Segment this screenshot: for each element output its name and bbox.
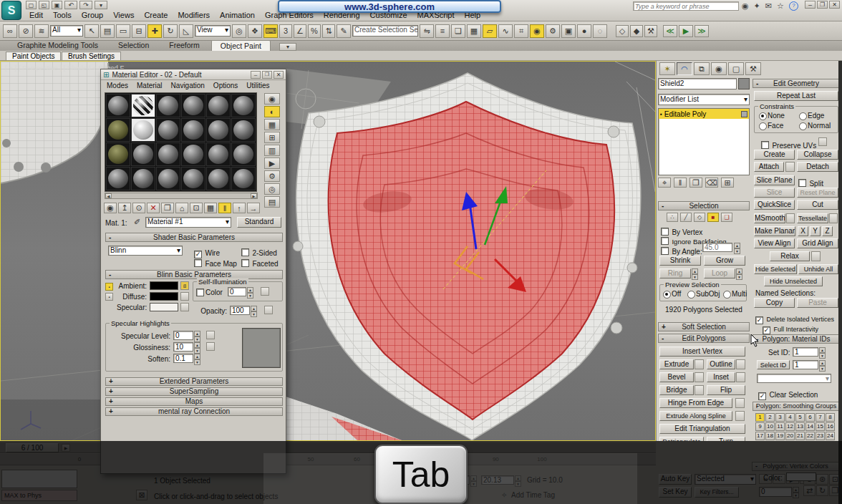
restore-button[interactable]: ❐	[817, 1, 828, 9]
rendered-frame-window-icon[interactable]: ▣	[561, 24, 576, 38]
modifier-stack[interactable]: ▪ Editable Poly	[658, 108, 750, 175]
extrude-spline-settings-icon[interactable]	[735, 411, 745, 421]
motion-tab-icon[interactable]: ◉	[711, 62, 727, 75]
edge-subobject-icon[interactable]: ╱	[680, 213, 692, 222]
ribbon-tab[interactable]: Freeform	[160, 40, 208, 51]
glossiness-map-button[interactable]	[206, 342, 215, 351]
material-sample-slot[interactable]	[231, 94, 256, 117]
ribbon-minimize-icon[interactable]: ▾	[279, 43, 296, 51]
render-setup-icon[interactable]: ⚙	[546, 24, 560, 38]
material-sample-slot[interactable]	[156, 118, 180, 142]
reset-map-icon[interactable]: ✕	[147, 203, 160, 213]
sample-uv-tiling-icon[interactable]: ⊞	[264, 132, 280, 143]
panel-scrollbar[interactable]	[838, 61, 842, 504]
detach-button[interactable]: Detach	[797, 162, 838, 172]
material-sample-slot[interactable]	[206, 118, 231, 142]
grid-align-button[interactable]: Grid Align	[797, 238, 838, 248]
edit-named-sets-icon[interactable]: ✎	[337, 24, 351, 38]
ring-spinner[interactable]: ▲▼	[692, 268, 698, 280]
material-sample-slot[interactable]	[156, 142, 180, 166]
menu-item[interactable]: Views	[108, 10, 139, 20]
material-sample-slot[interactable]	[156, 94, 180, 117]
material-sample-slot[interactable]	[181, 142, 205, 166]
ambient-color-swatch[interactable]	[150, 281, 178, 290]
copy-button[interactable]: Copy	[754, 298, 795, 308]
material-id-channel-icon[interactable]: ⊡	[190, 203, 203, 213]
selection-filter-dropdown[interactable]: All ▾	[50, 25, 83, 37]
opacity-field[interactable]: 100	[230, 306, 250, 315]
select-and-move-icon[interactable]: ✚	[147, 24, 162, 38]
self-illum-color-checkbox[interactable]	[196, 289, 204, 296]
outline-settings-icon[interactable]	[736, 359, 745, 369]
pin-stack-icon[interactable]: ⌖	[658, 178, 671, 188]
object-name-field[interactable]: Shield2	[658, 78, 737, 89]
stack-item-editable-poly[interactable]: ▪ Editable Poly	[659, 109, 749, 119]
smoothing-group-button[interactable]: 1	[755, 413, 765, 422]
tessellate-settings-icon[interactable]	[829, 213, 838, 223]
paint-objects-tab[interactable]: Paint Objects	[6, 52, 61, 60]
material-editor-menu-item[interactable]: Utilities	[242, 81, 274, 90]
full-interactivity-checkbox[interactable]: Full Interactivity	[763, 321, 818, 334]
options-icon[interactable]: ⚙	[264, 170, 280, 182]
smoothing-group-button[interactable]: 24	[826, 432, 835, 440]
bevel-settings-icon[interactable]	[695, 372, 704, 382]
view-align-button[interactable]: View Align	[754, 238, 795, 248]
modify-tab-icon[interactable]: ◠	[677, 62, 692, 75]
use-pivot-center-icon[interactable]: ◎	[232, 24, 246, 38]
preview-subobj-radio[interactable]	[687, 291, 695, 299]
outline-button[interactable]: Outline	[707, 359, 735, 369]
inset-button[interactable]: Inset	[707, 372, 735, 382]
smoothing-group-button[interactable]: 21	[795, 432, 805, 440]
window-crossing-icon[interactable]: ⊟	[132, 24, 146, 38]
save-file-icon[interactable]: ▣	[52, 1, 62, 9]
named-selection-sets-field[interactable]: Create Selection Se	[352, 25, 418, 37]
menu-item[interactable]: Create	[139, 10, 173, 20]
graphite-ribbon-toggle-icon[interactable]: ▦	[467, 24, 481, 38]
extrude-along-spline-button[interactable]: Extrude Along Spline	[659, 411, 732, 421]
set-id-spinner[interactable]: ▲▼	[819, 347, 826, 359]
snap-toggle-3d-icon[interactable]: 3	[279, 24, 292, 38]
ring-button[interactable]: Ring	[659, 268, 691, 278]
material-sample-slot[interactable]	[231, 167, 256, 190]
material-sample-slot[interactable]	[231, 118, 256, 142]
edit-triangulation-button[interactable]: Edit Triangulation	[659, 424, 745, 434]
stack-item-toggle[interactable]	[741, 111, 747, 117]
attach-button[interactable]: Attach	[754, 162, 784, 172]
smoothing-group-button[interactable]: 3	[775, 413, 785, 422]
flip-button[interactable]: Flip	[707, 385, 745, 395]
ribbon-tab[interactable]: Selection	[110, 40, 158, 51]
select-and-link-icon[interactable]: ∞	[3, 24, 17, 38]
assign-material-icon[interactable]: ⊙	[132, 203, 145, 213]
hinge-settings-icon[interactable]	[735, 398, 745, 408]
sample-slots-hscroll[interactable]: ◀ ▶	[105, 193, 258, 199]
polygon-subobject-icon[interactable]: ■	[707, 213, 719, 222]
show-end-result-icon[interactable]: ‖	[674, 178, 687, 188]
container-inherit-icon[interactable]: ◆	[630, 25, 643, 37]
select-and-scale-icon[interactable]: ◺	[179, 24, 193, 38]
bridge-settings-icon[interactable]	[695, 385, 704, 395]
material-sample-slot[interactable]	[181, 118, 205, 142]
hinge-from-edge-button[interactable]: Hinge From Edge	[659, 398, 732, 408]
background-icon[interactable]: ▦	[264, 119, 280, 130]
smoothing-group-button[interactable]: 7	[816, 413, 825, 422]
smoothing-group-button[interactable]: 14	[805, 422, 815, 431]
unlink-selection-icon[interactable]: ⊘	[19, 24, 33, 38]
create-tab-icon[interactable]: ✶	[659, 62, 675, 75]
specular-color-swatch[interactable]	[150, 303, 178, 311]
material-editor-icon[interactable]: ◉	[530, 24, 544, 38]
smoothing-group-button[interactable]: 5	[795, 413, 805, 422]
collapsed-rollout-header[interactable]: mental ray Connection	[105, 407, 283, 416]
material-sample-slot[interactable]	[106, 167, 130, 190]
faceted-checkbox[interactable]: Faceted	[241, 256, 279, 269]
select-by-material-icon[interactable]: ◎	[264, 183, 280, 195]
grow-button[interactable]: Grow	[704, 256, 745, 266]
ribbon-tab[interactable]: Object Paint	[211, 40, 271, 51]
reset-plane-button[interactable]: Reset Plane	[797, 188, 838, 198]
blinn-basic-parameters-rollout[interactable]: Blinn Basic Parameters	[105, 270, 283, 279]
relax-settings-icon[interactable]	[811, 251, 821, 261]
pick-material-eyedropper-icon[interactable]: ✐	[134, 218, 140, 227]
app-logo[interactable]: S	[1, 1, 21, 20]
self-illum-value-field[interactable]: 0	[228, 287, 246, 296]
bridge-button[interactable]: Bridge	[659, 385, 694, 395]
smoothing-group-button[interactable]: 10	[765, 422, 775, 431]
